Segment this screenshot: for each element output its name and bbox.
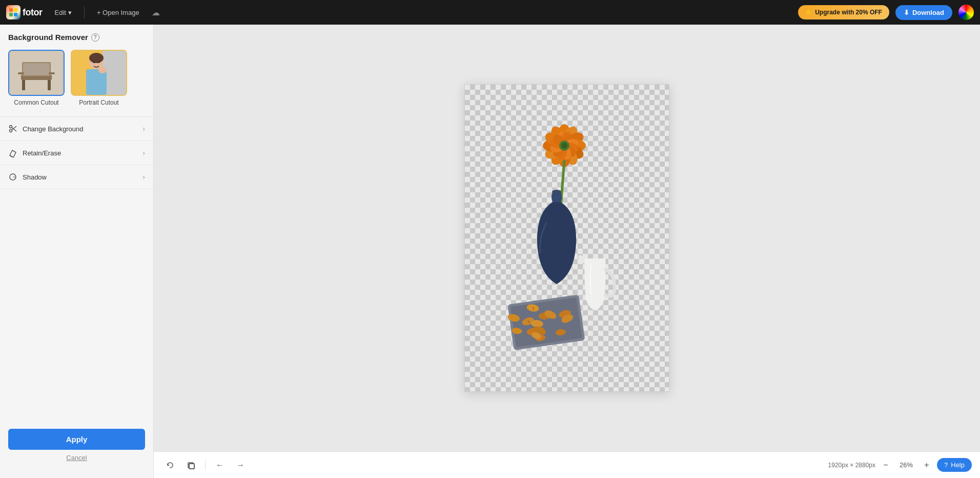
retain-erase-option[interactable]: Retain/Erase › xyxy=(0,141,153,165)
panel-bottom: Apply Cancel xyxy=(0,421,153,470)
retain-erase-label: Retain/Erase xyxy=(23,149,61,157)
common-cutout-card[interactable]: Common Cutout xyxy=(8,50,65,106)
svg-rect-3 xyxy=(14,13,17,16)
common-cutout-image xyxy=(9,51,64,95)
canvas-content xyxy=(154,25,980,451)
cancel-button[interactable]: Cancel xyxy=(8,454,145,462)
image-canvas xyxy=(464,84,669,392)
svg-point-55 xyxy=(561,143,567,149)
download-button[interactable]: ⬇ Download xyxy=(895,5,952,20)
shadow-label: Shadow xyxy=(23,173,47,181)
svg-rect-8 xyxy=(48,80,51,90)
eraser-icon xyxy=(8,148,17,157)
svg-rect-77 xyxy=(189,464,194,469)
common-cutout-thumb[interactable] xyxy=(8,50,65,96)
svg-point-23 xyxy=(98,67,107,73)
toolbar-divider xyxy=(205,460,206,470)
composition-svg xyxy=(485,105,649,371)
portrait-cutout-card[interactable]: Portrait Cutout xyxy=(71,50,127,106)
canvas-objects xyxy=(465,85,669,391)
chevron-right-icon: › xyxy=(142,125,145,133)
svg-rect-7 xyxy=(22,80,25,90)
zoom-out-button[interactable]: − xyxy=(880,459,892,471)
svg-rect-11 xyxy=(49,72,55,74)
svg-rect-2 xyxy=(9,13,13,16)
svg-rect-1 xyxy=(14,8,17,12)
download-icon: ⬇ xyxy=(904,9,909,16)
scissors-icon xyxy=(8,124,17,133)
star-icon: ★ xyxy=(805,8,812,16)
change-background-label: Change Background xyxy=(23,125,84,133)
svg-rect-10 xyxy=(18,72,24,74)
edit-button[interactable]: Edit ▾ xyxy=(50,7,75,18)
nav-back-button[interactable]: ← xyxy=(212,457,228,473)
image-dimensions: 1920px × 2880px xyxy=(828,462,875,469)
layers-button[interactable] xyxy=(182,457,199,473)
topbar: fotor Edit ▾ + Open Image ☁ ★ Upgrade wi… xyxy=(0,0,980,25)
canvas-area: ← → 1920px × 2880px − 26% + ? Help xyxy=(154,25,980,478)
shadow-icon xyxy=(8,172,17,182)
portrait-cutout-label: Portrait Cutout xyxy=(79,99,118,106)
svg-point-19 xyxy=(89,53,104,63)
cloud-icon: ☁ xyxy=(152,8,160,17)
portrait-cutout-thumb[interactable] xyxy=(71,50,127,96)
toolbar-left: ← → xyxy=(162,457,249,473)
panel-title: Background Remover ? xyxy=(0,33,153,50)
left-panel: Background Remover ? xyxy=(0,25,154,478)
help-circle-icon: ? xyxy=(944,461,948,469)
svg-point-57 xyxy=(552,190,561,194)
cutout-options: Common Cutout xyxy=(0,50,153,116)
svg-point-25 xyxy=(10,130,12,132)
portrait-cutout-image xyxy=(72,51,126,95)
undo-button[interactable] xyxy=(162,457,178,473)
chevron-right-icon-2: › xyxy=(142,149,145,157)
zoom-value: 26% xyxy=(896,461,916,469)
logo: fotor xyxy=(6,5,42,19)
common-cutout-label: Common Cutout xyxy=(14,99,58,106)
nav-forward-button[interactable]: → xyxy=(232,457,249,473)
topbar-right: ★ Upgrade with 20% OFF ⬇ Download xyxy=(798,5,974,20)
open-image-button[interactable]: + Open Image xyxy=(93,7,144,18)
change-background-option[interactable]: Change Background › xyxy=(0,117,153,141)
bottom-toolbar: ← → 1920px × 2880px − 26% + ? Help xyxy=(154,451,980,478)
nav-forward-icon: → xyxy=(236,461,244,470)
main-layout: Background Remover ? xyxy=(0,25,980,478)
svg-point-21 xyxy=(93,61,95,63)
nav-back-icon: ← xyxy=(216,461,224,470)
svg-line-28 xyxy=(10,155,13,157)
topbar-divider xyxy=(84,6,85,18)
svg-point-22 xyxy=(98,61,100,63)
apply-button[interactable]: Apply xyxy=(8,429,145,450)
zoom-in-button[interactable]: + xyxy=(921,459,933,471)
fotor-wordmark: fotor xyxy=(23,7,42,18)
toolbar-right: 1920px × 2880px − 26% + ? Help xyxy=(828,458,972,472)
help-button[interactable]: ? Help xyxy=(937,458,972,472)
svg-point-24 xyxy=(10,126,12,128)
avatar[interactable] xyxy=(958,5,974,20)
shadow-option[interactable]: Shadow › xyxy=(0,165,153,189)
help-icon[interactable]: ? xyxy=(91,33,99,42)
tool-options: Change Background › Retain/Erase › xyxy=(0,116,153,189)
chevron-right-icon-3: › xyxy=(142,173,145,181)
svg-rect-0 xyxy=(9,8,13,12)
fotor-icon xyxy=(6,5,21,19)
svg-rect-9 xyxy=(23,63,50,75)
upgrade-button[interactable]: ★ Upgrade with 20% OFF xyxy=(798,5,889,19)
